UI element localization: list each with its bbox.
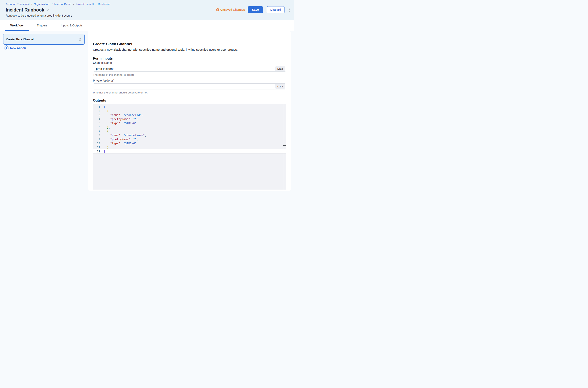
breadcrumb-link[interactable]: Runbooks [98,3,110,6]
outputs-heading: Outputs [93,99,286,102]
code-line: 5 "type": "STRING" [93,121,286,125]
chevron-right-icon: › [31,2,32,6]
code-line-content: }, [103,125,110,129]
code-line-number: 11 [93,145,103,149]
breadcrumb: Account: Transposit›Organization: IR Int… [6,3,290,6]
channel-name-data-button[interactable]: Data [275,66,285,71]
action-card-create-slack-channel[interactable]: Create Slack Channel [3,34,85,45]
code-line-number: 1 [93,105,103,109]
delete-action-icon[interactable] [78,38,82,41]
code-line-content: { [103,109,108,113]
code-line-content: } [103,145,108,149]
edit-title-icon[interactable] [47,8,50,12]
code-line: 6 }, [93,125,286,129]
code-line-number: 8 [93,133,103,137]
channel-name-input[interactable] [93,66,286,72]
code-line-content: "prettyName": "", [103,117,138,121]
code-line: 12] [93,149,286,153]
channel-name-input-row: Data [93,66,286,72]
code-line-number: 6 [93,125,103,129]
code-line: 4 "prettyName": "", [93,117,286,121]
code-line-number: 12 [93,149,103,153]
save-button[interactable]: Save [248,6,263,13]
action-title: Create Slack Channel [93,42,286,46]
code-line-content: { [103,129,108,133]
plus-icon: + [4,46,8,50]
chevron-right-icon: › [95,2,96,6]
code-line: 7 { [93,129,286,133]
private-input-row: Data [93,83,286,89]
code-scrollbar-track [283,104,283,190]
tab-bar: Workflow Triggers Inputs & Outputs [0,20,294,31]
unsaved-changes-badge: ! Unsaved Changes [216,8,245,11]
code-line: 8 "name": "channelName", [93,133,286,137]
code-rows: 1[2 {3 "name": "channelId",4 "prettyName… [93,105,286,153]
private-data-button[interactable]: Data [275,84,285,89]
workflow-connector-line [6,45,7,46]
new-action-button[interactable]: + New Action [4,46,85,50]
page-subtitle: Runbook to be triggered when a prod inci… [6,14,290,17]
page-header: Account: Transposit›Organization: IR Int… [0,0,294,20]
code-scrollbar-thumb[interactable] [283,145,286,146]
discard-button[interactable]: Discard [267,6,285,13]
breadcrumb-link[interactable]: Account: Transposit [6,3,30,6]
code-line: 2 { [93,109,286,113]
private-label: Private (optional) [93,79,286,82]
code-line: 10 "type": "STRING" [93,141,286,145]
tab-triggers[interactable]: Triggers [31,20,53,31]
action-description: Creates a new Slack channel with specifi… [93,48,286,52]
private-helper: Whether the channel should be private or… [93,91,286,94]
field-private: Private (optional) Data Whether the chan… [93,79,286,94]
more-options-icon[interactable] [288,6,291,13]
code-line-number: 4 [93,117,103,121]
page-title: Incident Runbook [6,7,44,13]
code-line-content: ] [103,149,105,153]
code-line-content: "type": "STRING" [103,121,136,125]
code-line-number: 2 [93,109,103,113]
code-line-number: 5 [93,121,103,125]
action-detail-panel: Create Slack Channel Creates a new Slack… [88,31,291,191]
private-input[interactable] [93,83,286,89]
warning-icon: ! [216,8,219,11]
chevron-right-icon: › [73,2,74,6]
tab-workflow[interactable]: Workflow [5,20,29,31]
outputs-code-editor[interactable]: 1[2 {3 "name": "channelId",4 "prettyName… [93,104,286,190]
breadcrumb-link[interactable]: Organization: IR Internal Demo [34,3,71,6]
code-line-content: "name": "channelId", [103,113,143,117]
field-channel-name: Channel Name Data The name of the channe… [93,61,286,76]
channel-name-label: Channel Name [93,61,286,64]
code-line-content: "name": "channelName", [103,133,146,137]
content: Create Slack Channel + New Action Create… [0,31,294,194]
unsaved-changes-label: Unsaved Changes [220,8,245,11]
new-action-label: New Action [10,47,26,50]
code-line: 1[ [93,105,286,109]
channel-name-helper: The name of the channel to create [93,73,286,76]
form-inputs-heading: Form Inputs [93,57,286,60]
breadcrumb-link[interactable]: Project: default [76,3,94,6]
code-line-number: 3 [93,113,103,117]
code-line: 3 "name": "channelId", [93,113,286,117]
workflow-steps-panel: Create Slack Channel + New Action [0,31,88,194]
tab-inputs-outputs[interactable]: Inputs & Outputs [55,20,88,31]
action-card-label: Create Slack Channel [6,38,33,41]
code-line-number: 9 [93,137,103,141]
code-line-content: [ [103,105,105,109]
code-line-content: "type": "STRING" [103,141,136,145]
code-line-number: 7 [93,129,103,133]
header-actions: ! Unsaved Changes Save Discard [216,6,291,13]
code-line: 11 } [93,145,286,149]
code-line: 9 "prettyName": "", [93,137,286,141]
code-line-content: "prettyName": "", [103,137,138,141]
code-line-number: 10 [93,141,103,145]
